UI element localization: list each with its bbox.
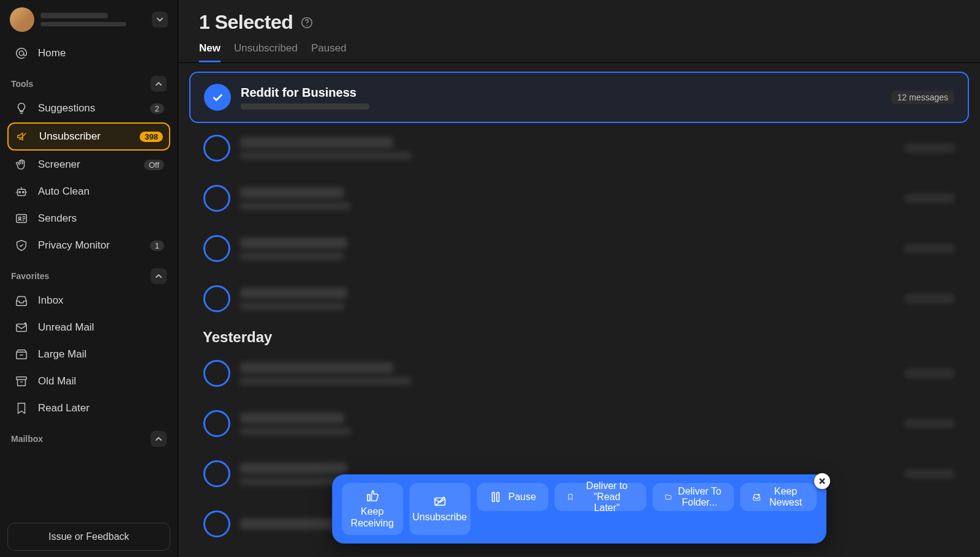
- folder-icon: [665, 490, 672, 504]
- favorites-collapse-chevron-icon[interactable]: [151, 268, 167, 284]
- svg-point-3: [23, 192, 24, 193]
- main-panel: 1 Selected New Unsubscribed Paused Reddi…: [178, 0, 980, 557]
- nav-inbox-label: Inbox: [38, 294, 164, 307]
- close-icon: [818, 477, 826, 485]
- checkbox[interactable]: [203, 360, 230, 387]
- nav-senders[interactable]: Senders: [7, 206, 170, 231]
- sender-row[interactable]: [189, 223, 969, 274]
- thumbs-up-icon: [366, 489, 379, 503]
- help-icon[interactable]: [300, 16, 314, 29]
- section-tools-header: Tools: [7, 67, 170, 94]
- hand-icon: [13, 157, 29, 173]
- sidebar: Home Tools Suggestions 2 Unsubscriber 39…: [0, 0, 178, 557]
- tabs: New Unsubscribed Paused: [199, 42, 959, 62]
- svg-rect-13: [492, 493, 494, 502]
- count-placeholder: [905, 419, 955, 428]
- nav-large[interactable]: Large Mail: [7, 342, 170, 367]
- nav-old-label: Old Mail: [38, 375, 164, 387]
- nav-autoclean[interactable]: Auto Clean: [7, 179, 170, 204]
- sender-row[interactable]: [189, 274, 969, 324]
- avatar: [10, 7, 34, 32]
- sender-row[interactable]: [189, 398, 969, 449]
- svg-point-7: [24, 323, 27, 325]
- checkbox[interactable]: [203, 135, 230, 162]
- nav-large-label: Large Mail: [38, 348, 164, 361]
- nav-home[interactable]: Home: [7, 40, 170, 66]
- count-placeholder: [905, 368, 955, 378]
- pause-icon: [489, 490, 502, 504]
- deliver-folder-button[interactable]: Deliver To Folder...: [652, 483, 734, 511]
- bookmark-icon: [567, 490, 574, 504]
- lightbulb-icon: [13, 100, 29, 116]
- checkbox[interactable]: [203, 510, 230, 537]
- svg-point-0: [19, 51, 23, 55]
- nav-screener-label: Screener: [38, 159, 135, 171]
- nav-senders-label: Senders: [38, 212, 164, 225]
- nav-unsubscriber-badge: 398: [140, 132, 163, 142]
- archive-icon: [13, 373, 29, 389]
- checkbox[interactable]: [203, 235, 230, 262]
- count-placeholder: [905, 244, 955, 253]
- nav-unread-label: Unread Mail: [38, 321, 164, 334]
- nav-unread[interactable]: Unread Mail: [7, 315, 170, 340]
- message-count-badge: 12 messages: [891, 91, 954, 104]
- keep-newest-button[interactable]: Keep Newest: [740, 483, 816, 511]
- account-chevron-down-icon[interactable]: [152, 12, 168, 28]
- svg-point-2: [19, 192, 20, 193]
- sender-name: Reddit for Business: [241, 86, 881, 100]
- keep-receiving-button[interactable]: Keep Receiving: [342, 483, 403, 535]
- svg-rect-6: [17, 324, 27, 332]
- sender-row[interactable]: [189, 123, 969, 173]
- nav-unsubscriber[interactable]: Unsubscriber 398: [7, 122, 170, 151]
- checkbox[interactable]: [203, 185, 230, 212]
- section-yesterday: Yesterday: [189, 324, 969, 348]
- sender-email-placeholder: [241, 103, 369, 110]
- envelope-slash-icon: [433, 495, 447, 508]
- pause-button[interactable]: Pause: [477, 483, 548, 511]
- sender-row[interactable]: [189, 348, 969, 398]
- deliver-readlater-button[interactable]: Deliver to "Read Later": [554, 483, 646, 511]
- nav-autoclean-label: Auto Clean: [38, 185, 164, 198]
- nav-screener[interactable]: Screener Off: [7, 152, 170, 178]
- id-card-icon: [13, 211, 29, 226]
- unsubscribe-button[interactable]: Unsubscribe: [409, 483, 470, 535]
- svg-point-5: [18, 217, 21, 219]
- svg-rect-14: [497, 493, 499, 502]
- inbox-star-icon: [752, 490, 761, 504]
- nav-suggestions-label: Suggestions: [38, 102, 141, 114]
- section-mailbox-header: Mailbox: [7, 422, 170, 449]
- shield-icon: [13, 237, 29, 253]
- feedback-button[interactable]: Issue or Feedback: [7, 523, 170, 551]
- tab-paused[interactable]: Paused: [311, 42, 347, 62]
- sender-row[interactable]: [189, 173, 969, 223]
- tab-unsubscribed[interactable]: Unsubscribed: [234, 42, 298, 62]
- megaphone-off-icon: [15, 129, 31, 144]
- sender-row-selected[interactable]: Reddit for Business 12 messages: [189, 72, 969, 123]
- nav-privacy[interactable]: Privacy Monitor 1: [7, 233, 170, 258]
- checkbox[interactable]: [203, 460, 230, 487]
- section-favorites-header: Favorites: [7, 260, 170, 286]
- inbox-icon: [13, 293, 29, 308]
- svg-rect-9: [17, 377, 27, 380]
- account-switcher[interactable]: [7, 6, 170, 39]
- at-sign-icon: [13, 45, 29, 61]
- tools-collapse-chevron-icon[interactable]: [151, 76, 167, 92]
- checkbox[interactable]: [203, 410, 230, 437]
- nav-old[interactable]: Old Mail: [7, 368, 170, 394]
- checkbox-checked[interactable]: [204, 84, 231, 111]
- count-placeholder: [905, 469, 955, 479]
- close-actionbar-button[interactable]: [814, 473, 830, 489]
- nav-readlater[interactable]: Read Later: [7, 395, 170, 421]
- nav-home-label: Home: [38, 47, 164, 59]
- robot-icon: [13, 184, 29, 200]
- nav-inbox[interactable]: Inbox: [7, 288, 170, 313]
- checkbox[interactable]: [203, 285, 230, 312]
- main-header: 1 Selected New Unsubscribed Paused: [178, 0, 980, 62]
- count-placeholder: [905, 143, 955, 153]
- bookmark-icon: [13, 400, 29, 416]
- nav-suggestions[interactable]: Suggestions 2: [7, 95, 170, 121]
- tab-new[interactable]: New: [199, 42, 221, 62]
- count-placeholder: [905, 294, 955, 304]
- account-label: [40, 13, 146, 26]
- mailbox-collapse-chevron-icon[interactable]: [151, 431, 167, 447]
